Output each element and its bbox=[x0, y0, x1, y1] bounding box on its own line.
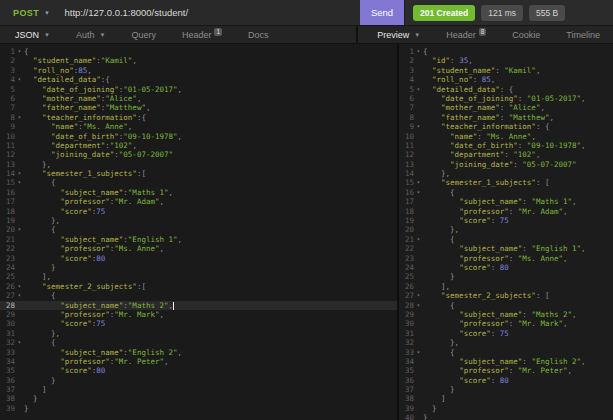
editor-line[interactable]: 28▾ { bbox=[399, 301, 613, 310]
editor-line[interactable]: 15▾ "semester_1_subjects": [ bbox=[399, 178, 613, 187]
send-button[interactable]: Send bbox=[360, 0, 404, 25]
fold-arrow-icon[interactable]: ▾ bbox=[414, 122, 423, 131]
fold-arrow-icon[interactable]: ▾ bbox=[15, 113, 24, 122]
fold-arrow-icon[interactable] bbox=[414, 197, 423, 206]
fold-arrow-icon[interactable] bbox=[15, 216, 24, 225]
fold-arrow-icon[interactable]: ▾ bbox=[414, 47, 423, 56]
editor-line[interactable]: 24 } bbox=[0, 263, 397, 272]
url-input[interactable]: http://127.0.0.1:8000/student/ bbox=[64, 7, 188, 18]
response-preview-editor[interactable]: 1▾{2 "id": 35,3 "student_name": "Kamil",… bbox=[399, 44, 613, 420]
fold-arrow-icon[interactable]: ▾ bbox=[15, 169, 24, 178]
fold-arrow-icon[interactable] bbox=[414, 56, 423, 65]
editor-line[interactable]: 37 } bbox=[399, 385, 613, 394]
editor-line[interactable]: 20▾ { bbox=[0, 225, 397, 234]
fold-arrow-icon[interactable] bbox=[15, 56, 24, 65]
fold-arrow-icon[interactable]: ▾ bbox=[414, 178, 423, 187]
fold-arrow-icon[interactable] bbox=[15, 319, 24, 328]
fold-arrow-icon[interactable] bbox=[414, 357, 423, 366]
fold-arrow-icon[interactable]: ▾ bbox=[15, 178, 24, 187]
fold-arrow-icon[interactable]: ▾ bbox=[15, 225, 24, 234]
editor-line[interactable]: 21 "subject_name":"English 1", bbox=[0, 235, 397, 244]
fold-arrow-icon[interactable] bbox=[15, 244, 24, 253]
editor-line[interactable]: 39} bbox=[0, 404, 397, 413]
editor-line[interactable]: 27▾ { bbox=[0, 291, 397, 300]
editor-line[interactable]: 1▾{ bbox=[399, 47, 613, 56]
editor-line[interactable]: 30 "score":75 bbox=[0, 319, 397, 328]
fold-arrow-icon[interactable] bbox=[414, 150, 423, 159]
editor-line[interactable]: 22 "subject_name": "English 1", bbox=[399, 244, 613, 253]
fold-arrow-icon[interactable] bbox=[414, 272, 423, 281]
tab-preview[interactable]: Preview▼ bbox=[364, 26, 433, 43]
fold-arrow-icon[interactable] bbox=[15, 132, 24, 141]
fold-arrow-icon[interactable] bbox=[414, 254, 423, 263]
editor-line[interactable]: 9 "name":"Ms. Anne", bbox=[0, 122, 397, 131]
fold-arrow-icon[interactable] bbox=[414, 103, 423, 112]
fold-arrow-icon[interactable] bbox=[414, 385, 423, 394]
tab-auth[interactable]: Auth▼ bbox=[63, 26, 118, 43]
editor-line[interactable]: 25 } bbox=[399, 272, 613, 281]
fold-arrow-icon[interactable]: ▾ bbox=[414, 188, 423, 197]
editor-line[interactable]: 11 "date_of_birth": "09-10-1978", bbox=[399, 141, 613, 150]
fold-arrow-icon[interactable] bbox=[414, 404, 423, 413]
editor-line[interactable]: 11 "department":"102", bbox=[0, 141, 397, 150]
fold-arrow-icon[interactable]: ▾ bbox=[414, 85, 423, 94]
editor-line[interactable]: 38 } bbox=[0, 394, 397, 403]
fold-arrow-icon[interactable] bbox=[15, 160, 24, 169]
fold-arrow-icon[interactable] bbox=[414, 244, 423, 253]
editor-line[interactable]: 26▾ "semester_2_subjects":[ bbox=[0, 282, 397, 291]
editor-line[interactable]: 13 "joining_date": "05-07-2007" bbox=[399, 160, 613, 169]
editor-line[interactable]: 30 "professor": "Mr. Mark", bbox=[399, 319, 613, 328]
editor-line[interactable]: 7 "mother_name": "Alice", bbox=[399, 103, 613, 112]
editor-line[interactable]: 9▾ "teacher_information": { bbox=[399, 122, 613, 131]
editor-line[interactable]: 19 "score": 75 bbox=[399, 216, 613, 225]
editor-line[interactable]: 34 "professor":"Mr. Peter", bbox=[0, 357, 397, 366]
editor-line[interactable]: 32▾ { bbox=[0, 338, 397, 347]
editor-line[interactable]: 10 "name": "Ms. Anne", bbox=[399, 132, 613, 141]
fold-arrow-icon[interactable] bbox=[414, 338, 423, 347]
editor-line[interactable]: 10 "date_of_birth":"09-10-1978", bbox=[0, 132, 397, 141]
editor-line[interactable]: 29 "subject_name": "Maths 2", bbox=[399, 310, 613, 319]
editor-line[interactable]: 12 "joining_date":"05-07-2007" bbox=[0, 150, 397, 159]
editor-line[interactable]: 16▾ { bbox=[399, 188, 613, 197]
fold-arrow-icon[interactable] bbox=[414, 75, 423, 84]
fold-arrow-icon[interactable] bbox=[15, 122, 24, 131]
fold-arrow-icon[interactable] bbox=[414, 132, 423, 141]
tab-query[interactable]: Query bbox=[118, 26, 169, 43]
editor-line[interactable]: 6 "mother_name":"Alice", bbox=[0, 94, 397, 103]
editor-line[interactable]: 23 "professor": "Ms. Anne", bbox=[399, 254, 613, 263]
editor-line[interactable]: 35 "score":80 bbox=[0, 366, 397, 375]
editor-line[interactable]: 23 "score":80 bbox=[0, 254, 397, 263]
fold-arrow-icon[interactable] bbox=[15, 254, 24, 263]
fold-arrow-icon[interactable] bbox=[414, 225, 423, 234]
fold-arrow-icon[interactable] bbox=[15, 235, 24, 244]
fold-arrow-icon[interactable] bbox=[15, 310, 24, 319]
fold-arrow-icon[interactable] bbox=[15, 376, 24, 385]
tab-timeline[interactable]: Timeline bbox=[553, 26, 613, 43]
editor-line[interactable]: 31 }, bbox=[0, 329, 397, 338]
editor-line[interactable]: 2 "id": 35, bbox=[399, 56, 613, 65]
editor-line[interactable]: 18 "professor": "Mr. Adam", bbox=[399, 207, 613, 216]
fold-arrow-icon[interactable]: ▾ bbox=[15, 282, 24, 291]
fold-arrow-icon[interactable]: ▾ bbox=[15, 75, 24, 84]
fold-arrow-icon[interactable] bbox=[15, 272, 24, 281]
editor-line[interactable]: 32 }, bbox=[399, 338, 613, 347]
editor-line[interactable]: 36 "score": 80 bbox=[399, 376, 613, 385]
editor-line[interactable]: 5 "date_of_joining":"01-05-2017", bbox=[0, 85, 397, 94]
editor-line[interactable]: 3 "roll_no":85, bbox=[0, 66, 397, 75]
fold-arrow-icon[interactable] bbox=[414, 207, 423, 216]
fold-arrow-icon[interactable] bbox=[414, 169, 423, 178]
fold-arrow-icon[interactable] bbox=[15, 188, 24, 197]
tab-cookie[interactable]: Cookie bbox=[499, 26, 553, 43]
fold-arrow-icon[interactable] bbox=[15, 197, 24, 206]
editor-line[interactable]: 15▾ { bbox=[0, 178, 397, 187]
editor-line[interactable]: 14 }, bbox=[399, 169, 613, 178]
editor-line[interactable]: 4▾ "detailed_data":{ bbox=[0, 75, 397, 84]
fold-arrow-icon[interactable] bbox=[414, 94, 423, 103]
editor-line[interactable]: 17 "professor":"Mr. Adam", bbox=[0, 197, 397, 206]
fold-arrow-icon[interactable] bbox=[414, 319, 423, 328]
editor-line[interactable]: 13 }, bbox=[0, 160, 397, 169]
editor-line[interactable]: 22 "professor":"Ms. Anne", bbox=[0, 244, 397, 253]
editor-line[interactable]: 33▾ { bbox=[399, 348, 613, 357]
fold-arrow-icon[interactable] bbox=[15, 94, 24, 103]
fold-arrow-icon[interactable] bbox=[15, 385, 24, 394]
